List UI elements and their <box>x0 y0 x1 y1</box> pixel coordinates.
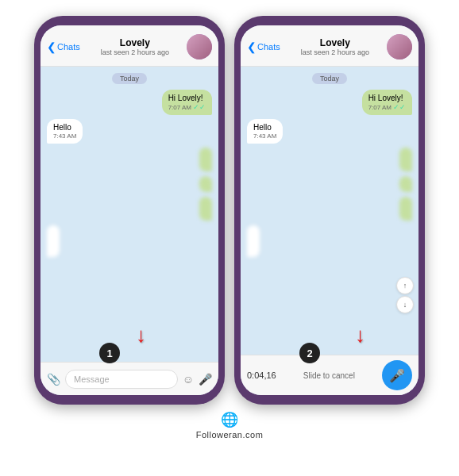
main-container: ❮ Chats Lovely last seen 2 hours ago <box>0 0 459 476</box>
right-date-badge: Today <box>312 73 347 84</box>
left-msg-out-1: Hi Lovely! 7:07 AM ✓✓ <box>162 90 212 115</box>
right-msg-in-blurred-1 <box>247 225 260 257</box>
right-slide-cancel: Slide to cancel <box>281 371 377 380</box>
left-phone-wrapper: ❮ Chats Lovely last seen 2 hours ago <box>34 16 225 405</box>
right-back-label: Chats <box>257 42 280 52</box>
right-step-badge: 2 <box>299 343 320 363</box>
right-contact-name: Lovely <box>320 37 350 48</box>
right-scroll-down-btn[interactable]: ↓ <box>396 296 414 313</box>
left-avatar-image <box>187 34 212 60</box>
right-recording-bar: 0:04,16 Slide to cancel 🎤 <box>241 355 418 395</box>
right-msg-out-1-meta: 7:07 AM ✓✓ <box>368 103 406 111</box>
left-back-chevron-icon: ❮ <box>47 40 56 53</box>
left-date-badge: Today <box>112 73 147 84</box>
right-msg-out-1-time: 7:07 AM <box>368 104 392 111</box>
left-input-bar: 📎 Message ☺ 🎤 <box>40 362 218 395</box>
right-phone-wrapper: ❮ Chats Lovely last seen 2 hours ago <box>234 16 425 405</box>
left-step-number: 1 <box>106 347 112 359</box>
left-avatar[interactable] <box>187 34 212 60</box>
right-msg-out-1: Hi Lovely! 7:07 AM ✓✓ <box>362 90 412 115</box>
left-msg-out-1-text: Hi Lovely! <box>168 94 203 102</box>
footer-brand: 🌐 Followeran.com <box>196 411 264 440</box>
right-msg-in-1: Hello 7:43 AM <box>247 119 283 144</box>
right-arrow: ↓ <box>355 323 365 347</box>
left-msg-blurred-2 <box>199 176 212 192</box>
right-chat-body: Today Hi Lovely! 7:07 AM ✓✓ Hello 7:43 <box>241 67 418 355</box>
left-contact-status: last seen 2 hours ago <box>101 48 169 56</box>
right-chat-header: ❮ Chats Lovely last seen 2 hours ago <box>241 25 418 67</box>
right-msg-in-1-meta: 7:43 AM <box>253 132 276 140</box>
left-chat-body: Today Hi Lovely! 7:07 AM ✓✓ Hello 7:43 <box>40 67 218 362</box>
left-sticker-icon[interactable]: ☺ <box>183 373 194 386</box>
right-msg-in-1-time: 7:43 AM <box>253 132 276 140</box>
right-phone-screen: ❮ Chats Lovely last seen 2 hours ago <box>241 25 418 395</box>
right-header-info: Lovely last seen 2 hours ago <box>284 37 387 56</box>
footer-globe-icon: 🌐 <box>221 411 238 428</box>
right-scroll-buttons: ↑ ↓ <box>396 277 414 313</box>
left-message-input[interactable]: Message <box>65 370 178 389</box>
right-mic-record-button[interactable]: 🎤 <box>382 360 412 390</box>
right-msg-blurred-3 <box>399 197 412 221</box>
phones-row: ❮ Chats Lovely last seen 2 hours ago <box>34 16 425 405</box>
right-mic-record-icon: 🎤 <box>389 368 405 383</box>
left-msg-in-blurred-1 <box>47 225 60 257</box>
left-arrow: ↓ <box>136 323 146 347</box>
right-step-number: 2 <box>307 347 312 359</box>
left-msg-out-1-checks: ✓✓ <box>193 103 206 111</box>
left-msg-blurred-1 <box>199 148 212 171</box>
right-msg-blurred-2 <box>399 176 412 192</box>
right-recording-timer: 0:04,16 <box>247 370 276 380</box>
left-msg-in-1-text: Hello <box>53 123 71 132</box>
left-back-label: Chats <box>57 42 80 52</box>
left-msg-out-1-meta: 7:07 AM ✓✓ <box>168 103 206 111</box>
right-msg-in-1-text: Hello <box>253 123 272 132</box>
left-back-button[interactable]: ❮ Chats <box>47 40 80 53</box>
left-header-info: Lovely last seen 2 hours ago <box>83 37 187 56</box>
right-phone-frame: ❮ Chats Lovely last seen 2 hours ago <box>234 16 425 405</box>
left-msg-in-1: Hello 7:43 AM <box>47 119 83 144</box>
right-back-button[interactable]: ❮ Chats <box>247 40 280 53</box>
left-message-placeholder: Message <box>74 374 110 384</box>
right-msg-out-1-text: Hi Lovely! <box>368 94 403 102</box>
right-avatar-image <box>387 34 412 60</box>
left-msg-in-1-meta: 7:43 AM <box>53 132 76 140</box>
left-mic-icon[interactable]: 🎤 <box>199 373 212 386</box>
left-phone-frame: ❮ Chats Lovely last seen 2 hours ago <box>34 16 225 405</box>
right-back-chevron-icon: ❮ <box>247 40 256 53</box>
left-attach-icon[interactable]: 📎 <box>47 373 60 386</box>
right-contact-status: last seen 2 hours ago <box>301 48 369 56</box>
footer-brand-text: Followeran.com <box>196 430 264 440</box>
left-msg-in-1-time: 7:43 AM <box>53 132 76 140</box>
right-scroll-up-btn[interactable]: ↑ <box>396 277 414 294</box>
left-chat-header: ❮ Chats Lovely last seen 2 hours ago <box>40 25 218 67</box>
right-msg-out-1-checks: ✓✓ <box>393 103 406 111</box>
left-step-badge: 1 <box>99 343 120 363</box>
right-avatar[interactable] <box>387 34 412 60</box>
left-phone-screen: ❮ Chats Lovely last seen 2 hours ago <box>40 25 218 395</box>
left-msg-blurred-3 <box>199 197 212 221</box>
left-contact-name: Lovely <box>120 37 150 48</box>
right-msg-blurred-1 <box>399 148 412 171</box>
left-msg-out-1-time: 7:07 AM <box>168 104 191 111</box>
